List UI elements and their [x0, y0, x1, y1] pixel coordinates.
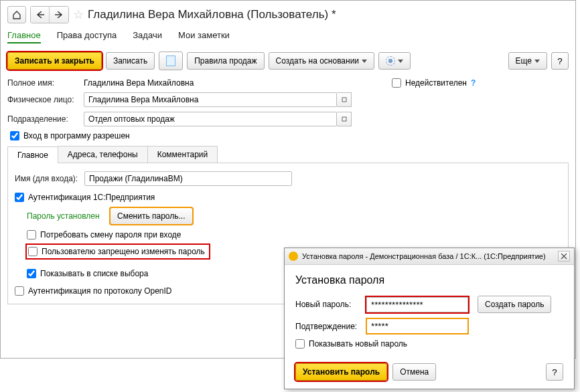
svg-rect-0	[342, 98, 346, 102]
page-title: Гладилина Вера Михайловна (Пользователь)…	[88, 8, 336, 21]
password-set-label: Пароль установлен	[27, 211, 106, 221]
close-icon	[561, 253, 567, 260]
require-change-checkbox[interactable]: Потребовать смену пароля при входе	[27, 230, 561, 239]
division-input[interactable]	[84, 112, 337, 126]
change-password-button[interactable]: Сменить пароль...	[110, 207, 193, 225]
tab-rights[interactable]: Права доступа	[57, 30, 117, 43]
confirm-input[interactable]	[366, 318, 468, 334]
tab-notes[interactable]: Мои заметки	[178, 30, 230, 43]
set-password-button[interactable]: Установить пароль	[295, 363, 387, 381]
division-label: Подразделение:	[7, 114, 80, 124]
report-icon	[166, 56, 175, 66]
login-allowed-checkbox[interactable]: Вход в программу разрешен	[10, 131, 569, 140]
fullname-row: Полное имя: Гладилина Вера Михайловна Не…	[7, 78, 569, 88]
toolbar: Записать и закрыть Записать Правила прод…	[7, 52, 569, 70]
arrow-left-icon	[36, 11, 44, 18]
auth-openid-label: Аутентификация по протоколу OpenID	[28, 286, 172, 296]
chevron-down-icon	[534, 60, 540, 63]
password-set-row: Пароль установлен Сменить пароль...	[27, 207, 561, 225]
require-change-input[interactable]	[27, 230, 36, 239]
chevron-down-icon	[398, 60, 403, 63]
svg-rect-1	[342, 117, 346, 121]
header-row: ☆ Гладилина Вера Михайловна (Пользовател…	[7, 6, 569, 23]
popup-titlebar: Установка пароля - Демонстрационная база…	[285, 248, 574, 265]
inactive-label: Недействителен	[405, 78, 467, 88]
division-open-button[interactable]	[337, 112, 352, 126]
login-row: Имя (для входа):	[15, 171, 561, 186]
cannot-change-checkbox[interactable]: Пользователю запрещено изменять пароль	[27, 245, 209, 258]
open-icon	[341, 96, 348, 103]
auth-1c-label: Аутентификация 1С:Предприятия	[28, 193, 155, 202]
popup-buttons: Установить пароль Отмена ?	[285, 359, 574, 389]
sub-tabs: Главное Адреса, телефоны Комментарий	[7, 146, 569, 163]
sales-rules-button[interactable]: Правила продаж	[187, 52, 264, 70]
inactive-checkbox[interactable]: Недействителен	[392, 78, 467, 88]
auth-1c-checkbox[interactable]: Аутентификация 1С:Предприятия	[15, 193, 561, 202]
nav-buttons	[30, 6, 69, 23]
popup-titlebar-text: Установка пароля - Демонстрационная база…	[302, 252, 546, 260]
show-password-label: Показывать новый пароль	[309, 339, 407, 349]
popup-help-button[interactable]: ?	[546, 363, 563, 381]
login-allowed-label: Вход в программу разрешен	[23, 131, 130, 140]
fullname-label: Полное имя:	[7, 78, 80, 88]
confirm-label: Подтверждение:	[295, 322, 362, 331]
create-based-on-button[interactable]: Создать на основании	[269, 52, 375, 70]
subtab-comment[interactable]: Комментарий	[147, 146, 218, 163]
popup-close-button[interactable]	[558, 251, 570, 262]
open-icon	[341, 116, 348, 122]
popup-body: Установка пароля Новый пароль: Создать п…	[285, 265, 574, 359]
generate-password-button[interactable]: Создать пароль	[478, 296, 551, 313]
subtab-addresses[interactable]: Адреса, телефоны	[58, 146, 148, 163]
attachments-button[interactable]	[378, 52, 411, 70]
tab-tasks[interactable]: Задачи	[133, 30, 162, 43]
forward-button[interactable]	[50, 7, 68, 23]
inactive-checkbox-input[interactable]	[392, 78, 401, 88]
show-password-input[interactable]	[295, 339, 305, 349]
show-in-list-input[interactable]	[27, 269, 36, 278]
more-button[interactable]: Еще	[508, 52, 547, 70]
more-label: Еще	[516, 56, 532, 66]
tab-main[interactable]: Главное	[7, 30, 41, 43]
home-button[interactable]	[7, 6, 26, 23]
login-input[interactable]	[84, 171, 292, 186]
report-button[interactable]	[159, 52, 183, 70]
favorite-star-icon[interactable]: ☆	[73, 7, 84, 22]
arrow-right-icon	[55, 11, 63, 18]
save-close-button[interactable]: Записать и закрыть	[7, 52, 102, 70]
newpass-input[interactable]	[366, 297, 468, 312]
subtab-main[interactable]: Главное	[7, 146, 58, 163]
show-in-list-label: Показывать в списке выбора	[40, 269, 148, 278]
save-button[interactable]: Записать	[106, 52, 155, 70]
back-button[interactable]	[31, 7, 50, 23]
confirm-row: Подтверждение:	[295, 318, 563, 334]
person-row: Физическое лицо:	[7, 92, 569, 107]
login-allowed-input[interactable]	[10, 131, 19, 140]
top-tabs: Главное Права доступа Задачи Мои заметки	[7, 30, 569, 43]
create-based-on-label: Создать на основании	[276, 56, 360, 66]
inactive-help[interactable]: ?	[471, 78, 476, 88]
login-label: Имя (для входа):	[15, 174, 80, 183]
person-open-button[interactable]	[337, 92, 352, 107]
app-icon	[289, 252, 298, 261]
attachment-icon	[386, 56, 395, 66]
newpass-row: Новый пароль: Создать пароль	[295, 296, 563, 313]
fullname-value: Гладилина Вера Михайловна	[84, 78, 337, 88]
person-input[interactable]	[84, 92, 337, 107]
auth-1c-input[interactable]	[15, 193, 24, 202]
person-label: Физическое лицо:	[7, 95, 80, 104]
set-password-popup: Установка пароля - Демонстрационная база…	[284, 248, 575, 389]
cannot-change-label: Пользователю запрещено изменять пароль	[42, 247, 205, 256]
popup-heading: Установка пароля	[295, 274, 563, 286]
newpass-label: Новый пароль:	[295, 300, 362, 309]
division-row: Подразделение:	[7, 112, 569, 126]
auth-openid-input[interactable]	[15, 286, 24, 296]
help-button[interactable]: ?	[551, 52, 569, 70]
home-icon	[12, 10, 21, 19]
require-change-label: Потребовать смену пароля при входе	[40, 230, 182, 239]
cancel-button[interactable]: Отмена	[392, 363, 436, 381]
chevron-down-icon	[362, 60, 367, 63]
cannot-change-input[interactable]	[28, 247, 38, 256]
show-password-checkbox[interactable]: Показывать новый пароль	[295, 339, 563, 349]
